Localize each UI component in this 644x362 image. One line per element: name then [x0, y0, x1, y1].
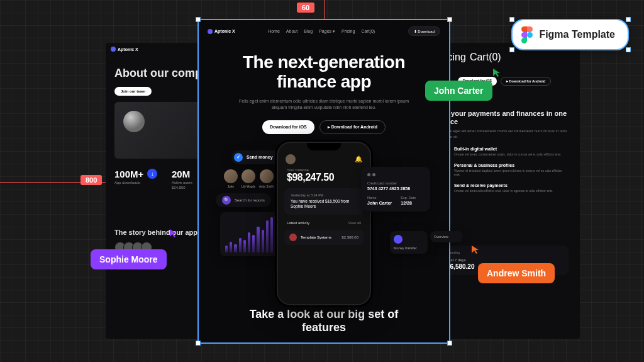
contact-item[interactable]: John [224, 169, 238, 188]
phone-mockup: 🔔 Your balance $98,247.50 Yesterday at 3… [277, 142, 371, 305]
resize-handle-top-right[interactable] [447, 17, 452, 22]
resize-handle-bottom-right[interactable] [447, 341, 452, 346]
search-placeholder: Search for reports [235, 198, 265, 202]
view-all-link[interactable]: View all [348, 221, 361, 225]
avatar [286, 154, 296, 164]
card-exp-label: Exp. Date [401, 196, 416, 200]
download-ios-button[interactable]: Download for iOS [262, 120, 314, 134]
hero: The next-generation finance app Felis eg… [199, 42, 449, 138]
notif-text: You have received $16,500 from Sophie Mo… [291, 199, 357, 210]
nav-link[interactable]: Cart(0) [361, 29, 375, 34]
hero-buttons: Download for iOS ▸ Download for Android [224, 120, 424, 134]
card-chip-icon [367, 173, 424, 176]
money-transfer-tile[interactable]: Money transfer [390, 231, 428, 254]
phone-notch [307, 143, 341, 150]
spacing-guide-vertical [324, 0, 325, 19]
download-android-button[interactable]: ▸ Download for Android [319, 120, 386, 134]
contact-item[interactable]: Andy Smith [259, 169, 274, 188]
stat-downloads: 100M+ ↓ App downloads [114, 169, 165, 189]
contact-name: Andy Smith [259, 185, 274, 188]
selected-frame[interactable]: Aptonic X Home About Blog Pages ▾ Pricin… [197, 19, 450, 344]
hero-subtitle: Felis eget enim elementum odio ultricies… [224, 98, 424, 111]
stat-label: App downloads [114, 181, 165, 184]
card-exp: 12/28 [401, 201, 416, 205]
avatar [224, 169, 238, 183]
feature-item: ↗ Send & receive payments Ornare vel ame… [440, 183, 569, 193]
figma-logo-icon [521, 26, 533, 43]
feature-desc: Ornare vel amet, consectetuer turpis, do… [454, 152, 562, 157]
notification-card: Yesterday at 3:24 PM You have received $… [284, 188, 364, 215]
hero-title: The next-generation finance app [224, 52, 424, 92]
resize-handle-bottom-left[interactable] [196, 341, 201, 346]
figma-template-badge[interactable]: Figma Template [511, 19, 629, 50]
download-android-button[interactable]: ▸ Download for Android [501, 77, 551, 86]
bell-icon[interactable]: 🔔 [355, 156, 362, 162]
card-name: John Carter [367, 201, 392, 205]
logo-mark-icon [208, 29, 213, 34]
merchant-icon [289, 234, 297, 241]
contact-item[interactable]: Lily Woods [242, 169, 255, 188]
tile-label: Overview [434, 235, 448, 239]
avatar [260, 169, 274, 183]
badge-label: Figma Template [539, 29, 615, 40]
search-icon: 🔍 [222, 196, 231, 205]
nav-links: Home About Blog Pages ▾ Pricing Cart(0) [268, 29, 375, 34]
overview-tile[interactable]: Overview [430, 231, 463, 242]
card-number: 5743 4277 4925 2858 [367, 186, 424, 191]
credit-card-widget: Credit card number 5743 4277 4925 2858 N… [361, 167, 430, 212]
nav-link[interactable]: Pricing [341, 29, 355, 34]
card-label: Spending [447, 251, 562, 254]
collaborator-tag-andrew: Andrew Smith [478, 263, 555, 283]
search-pill[interactable]: 🔍 Search for reports [216, 193, 271, 207]
feature-item: ◆ Built-in digital wallet Ornare vel ame… [440, 147, 569, 157]
nav-link[interactable]: About [286, 29, 297, 34]
balance-value: $98,247.50 [278, 172, 370, 183]
nav-links: Pricing Cart(0) [435, 52, 574, 63]
brand-logo: Aptonic X [111, 47, 138, 52]
contact-name: John [224, 185, 238, 188]
stat-value: 20M [172, 169, 190, 179]
join-team-button[interactable]: Join our team [114, 87, 152, 96]
features-heading: Take a look at our big set of features [199, 302, 449, 335]
spacing-label-left: 800 [80, 175, 102, 185]
check-icon: ✓ [234, 153, 243, 162]
brand-name: Aptonic X [118, 47, 138, 52]
send-money-chip[interactable]: ✓ Send money [231, 150, 279, 164]
mini-bar-chart [220, 212, 278, 256]
feature-title: Built-in digital wallet [454, 147, 562, 151]
spacing-label-top: 60 [297, 3, 314, 13]
resize-handle-top-left[interactable] [196, 17, 201, 22]
feature-title: Send & receive payments [454, 183, 553, 188]
nav-link[interactable]: Cart(0) [470, 52, 501, 63]
site-nav: Aptonic X Home About Blog Pages ▾ Pricin… [199, 20, 449, 42]
transaction-row[interactable]: Template Systems $2,300.00 [284, 230, 364, 245]
nav-link[interactable]: Pages ▾ [319, 29, 335, 34]
balance-label: Your balance [278, 166, 370, 172]
card-name-label: Name [367, 196, 392, 200]
feature-desc: Ornare vel amet odio efficitur erat, dol… [454, 189, 553, 193]
transfer-icon [394, 235, 402, 244]
collaborator-tag-sophie: Sophie Moore [91, 249, 167, 269]
feature-list: ◆ Built-in digital wallet Ornare vel ame… [429, 139, 580, 206]
tile-label: Money transfer [394, 246, 417, 250]
phone-header: 🔔 [278, 150, 370, 166]
logo-mark-icon [111, 47, 116, 52]
card-number-label: Credit card number [367, 181, 424, 185]
phone-showcase: ✓ Send money John Lily Woods Andy Smith … [199, 138, 449, 302]
download-icon: ↓ [147, 169, 157, 179]
stat-value: 100M+ [114, 169, 143, 179]
tx-name: Template Systems [301, 235, 331, 239]
contact-name: Lily Woods [242, 185, 255, 188]
tx-amount: $2,300.00 [341, 235, 358, 239]
nav-link[interactable]: Home [268, 29, 280, 34]
feature-desc: Viverra mi tincidunt dapibus lorem ipsum… [454, 169, 569, 177]
feature-item: ◉ Personal & business profiles Viverra m… [440, 163, 569, 177]
card-period: Last 7 days [447, 258, 562, 262]
payments-sub: Ornare eget elit amet consectetur morbi … [429, 128, 580, 139]
nav-link[interactable]: Blog [304, 29, 313, 34]
collaborator-tag-john: John Carter [425, 81, 492, 101]
feature-title: Personal & business profiles [454, 163, 569, 167]
download-button[interactable]: ⬇ Download [408, 26, 440, 36]
brand-logo: Aptonic X [208, 29, 235, 34]
avatar [242, 169, 255, 183]
